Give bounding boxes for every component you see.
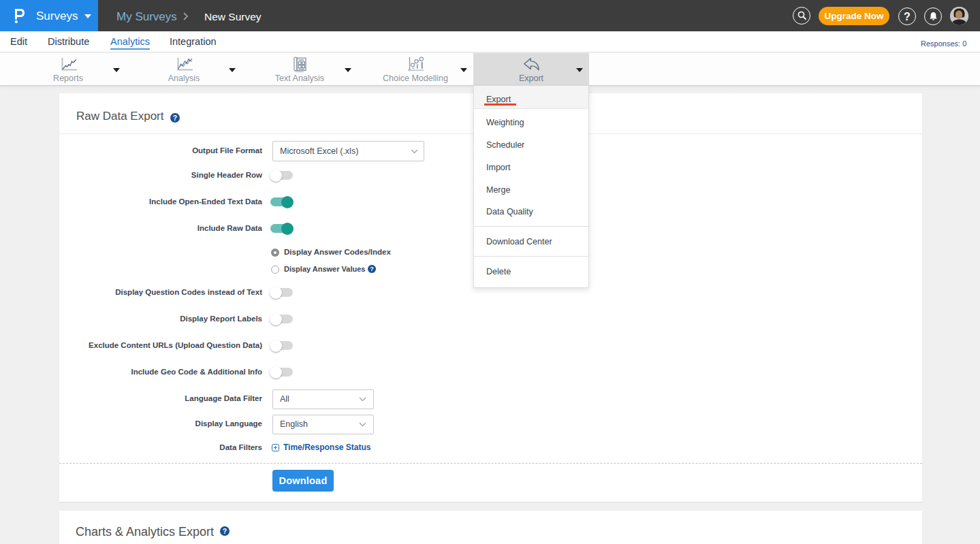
svg-text:?: ? [173, 114, 177, 122]
svg-text:?: ? [370, 266, 374, 272]
svg-text:?: ? [223, 527, 227, 535]
